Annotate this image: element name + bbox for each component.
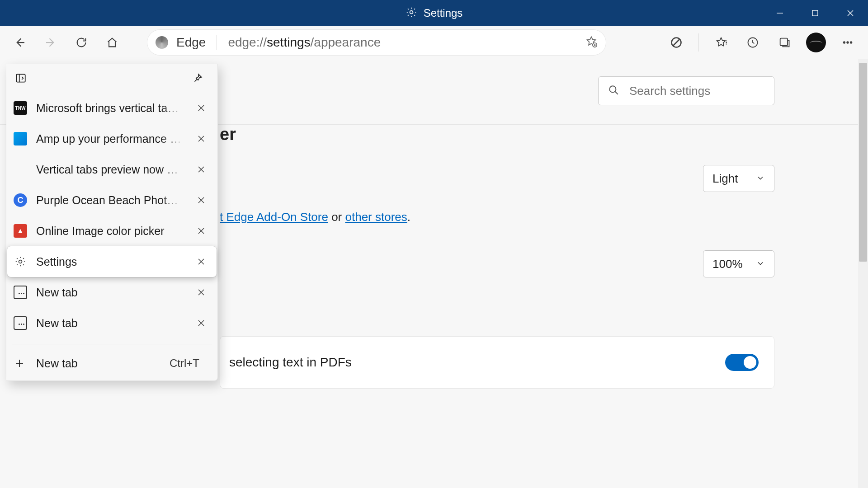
svg-line-7	[673, 39, 679, 46]
reload-button[interactable]	[68, 30, 95, 55]
tab-close-button[interactable]	[192, 99, 210, 117]
new-tab-shortcut: Ctrl+T	[170, 357, 199, 370]
tab-close-button[interactable]	[192, 314, 210, 332]
close-button[interactable]	[833, 0, 868, 26]
window-title: Settings	[424, 7, 463, 19]
tab-close-button[interactable]	[192, 191, 210, 209]
tab-item[interactable]: New tab	[7, 308, 217, 338]
search-icon	[608, 84, 619, 98]
plus-icon	[13, 357, 26, 370]
svg-point-15	[850, 42, 852, 43]
pdf-text-select-card: selecting text in PDFs	[220, 336, 774, 389]
address-label: Edge	[176, 35, 206, 50]
svg-point-14	[847, 42, 849, 43]
tab-actions-button[interactable]	[11, 68, 31, 88]
maximize-button[interactable]	[797, 0, 833, 26]
tab-favicon: TNW	[14, 101, 27, 115]
scrollbar-thumb[interactable]	[859, 63, 867, 262]
collections-button[interactable]	[770, 30, 798, 55]
separator	[217, 35, 217, 50]
home-button[interactable]	[99, 30, 126, 55]
tab-close-button[interactable]	[192, 222, 210, 240]
svg-point-0	[410, 11, 413, 14]
zoom-select-value: 100%	[712, 257, 743, 271]
pin-button[interactable]	[188, 68, 208, 88]
address-url: edge://settings/appearance	[228, 35, 381, 50]
settings-search-input[interactable]	[629, 84, 765, 98]
tab-item[interactable]: TNWMicrosoft brings vertical tabs to E	[7, 93, 217, 123]
svg-rect-2	[812, 10, 818, 16]
addon-store-line: t Edge Add-On Store or other stores.	[220, 210, 868, 224]
new-tab-label: New tab	[36, 357, 160, 370]
tab-item[interactable]: Vertical tabs preview now availab	[7, 154, 217, 185]
tab-title: Microsoft brings vertical tabs to E	[36, 102, 183, 115]
vertical-scrollbar[interactable]	[858, 59, 868, 488]
profile-button[interactable]	[802, 30, 830, 55]
forward-button[interactable]	[37, 30, 64, 55]
svg-rect-12	[780, 38, 788, 46]
tab-title: Purple Ocean Beach Photo Summ	[36, 194, 183, 207]
card-text: selecting text in PDFs	[229, 355, 352, 370]
tab-title: Settings	[36, 255, 183, 268]
block-icon[interactable]	[662, 30, 690, 55]
svg-point-13	[843, 42, 845, 43]
tab-close-button[interactable]	[192, 160, 210, 178]
avatar-icon	[806, 33, 826, 52]
gear-icon	[406, 6, 417, 20]
tab-favicon: ▲	[14, 224, 27, 238]
svg-line-17	[615, 92, 618, 94]
tab-favicon	[14, 286, 27, 299]
zoom-select[interactable]: 100%	[703, 250, 774, 277]
tab-favicon	[14, 255, 27, 268]
tab-title: Vertical tabs preview now availab	[36, 163, 183, 176]
tab-favicon: C	[14, 193, 27, 207]
tab-item[interactable]: Amp up your performance with S	[7, 123, 217, 154]
tab-close-button[interactable]	[192, 253, 210, 271]
favorite-add-icon[interactable]	[585, 35, 598, 50]
title-bar: Settings	[0, 0, 868, 26]
svg-point-16	[609, 86, 616, 92]
theme-select-value: Light	[712, 172, 738, 186]
tab-favicon	[14, 316, 27, 330]
tab-favicon	[14, 132, 27, 145]
history-button[interactable]	[739, 30, 767, 55]
settings-search[interactable]	[598, 76, 774, 105]
back-button[interactable]	[6, 30, 33, 55]
edge-icon	[156, 36, 168, 49]
tab-title: Online Image color picker	[36, 225, 183, 238]
chevron-down-icon	[756, 172, 765, 186]
menu-button[interactable]	[834, 30, 862, 55]
tab-favicon	[14, 163, 27, 176]
vertical-tabs-flyout: TNWMicrosoft brings vertical tabs to EAm…	[6, 64, 218, 381]
pdf-text-toggle[interactable]	[725, 354, 759, 371]
tab-close-button[interactable]	[192, 283, 210, 301]
favorites-button[interactable]	[707, 30, 735, 55]
tab-item[interactable]: ▲Online Image color picker	[7, 216, 217, 246]
svg-rect-18	[16, 74, 25, 82]
tab-close-button[interactable]	[192, 130, 210, 148]
svg-point-30	[19, 260, 22, 263]
tab-item[interactable]: New tab	[7, 277, 217, 308]
tab-title: New tab	[36, 317, 183, 330]
edge-addon-link[interactable]: t Edge Add-On Store	[220, 210, 328, 224]
other-stores-link[interactable]: other stores	[345, 210, 407, 224]
theme-select[interactable]: Light	[703, 165, 774, 192]
address-bar[interactable]: Edge edge://settings/appearance	[147, 30, 606, 55]
chevron-down-icon	[756, 257, 765, 271]
new-tab-button[interactable]: New tab Ctrl+T	[6, 350, 217, 377]
browser-toolbar: Edge edge://settings/appearance	[0, 26, 868, 59]
tab-item[interactable]: Settings	[7, 246, 217, 277]
section-heading-fragment: er	[220, 125, 868, 144]
minimize-button[interactable]	[762, 0, 797, 26]
tab-title: Amp up your performance with S	[36, 132, 183, 145]
tab-item[interactable]: CPurple Ocean Beach Photo Summ	[7, 185, 217, 216]
tab-title: New tab	[36, 286, 183, 299]
